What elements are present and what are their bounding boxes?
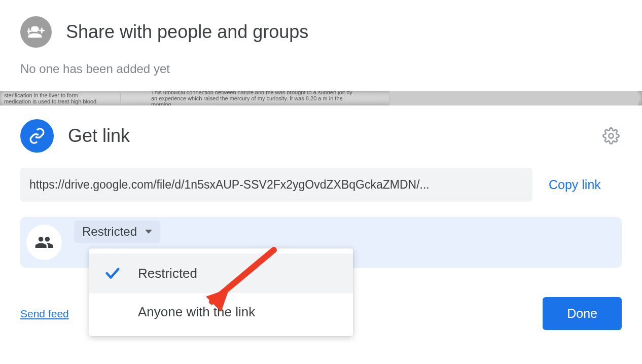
- svg-point-0: [31, 26, 37, 32]
- access-level-label: Restricted: [82, 225, 137, 239]
- share-empty-text: No one has been added yet: [20, 62, 622, 76]
- copy-link-button[interactable]: Copy link: [549, 177, 607, 192]
- link-row: https://drive.google.com/file/d/1n5sxAUP…: [20, 168, 622, 202]
- share-link-text[interactable]: https://drive.google.com/file/d/1n5sxAUP…: [20, 168, 532, 202]
- link-icon: [20, 119, 54, 153]
- access-level-dropdown[interactable]: Restricted: [74, 221, 160, 243]
- send-feedback-link[interactable]: Send feed: [20, 308, 69, 320]
- ghost-text: sterification in the liver to form: [4, 92, 116, 98]
- svg-point-1: [609, 133, 613, 138]
- background-document-strip: sterification in the liver to form medic…: [0, 91, 642, 105]
- people-icon: [26, 225, 62, 260]
- check-icon: [101, 265, 124, 282]
- person-add-icon: [20, 16, 52, 48]
- access-option-label: Restricted: [138, 266, 197, 281]
- share-panel: Share with people and groups No one has …: [0, 0, 642, 91]
- access-option-anyone[interactable]: Anyone with the link: [89, 293, 353, 331]
- settings-button[interactable]: [600, 125, 622, 147]
- access-level-menu: Restricted Anyone with the link: [89, 248, 353, 336]
- ghost-image: [389, 91, 638, 105]
- get-link-title: Get link: [68, 125, 130, 147]
- link-header: Get link: [20, 119, 622, 153]
- access-row: Restricted nk Restricted Anyone with the…: [20, 217, 622, 268]
- get-link-panel: Get link https://drive.google.com/file/d…: [0, 105, 642, 335]
- ghost-text: This umbilical connection between nature…: [121, 91, 389, 105]
- chevron-down-icon: [145, 230, 152, 234]
- gear-icon: [602, 127, 620, 144]
- ghost-text: medication is used to treat high blood: [4, 98, 116, 104]
- share-header: Share with people and groups: [20, 16, 622, 48]
- access-option-restricted[interactable]: Restricted: [89, 253, 353, 293]
- done-button[interactable]: Done: [543, 297, 622, 330]
- share-title: Share with people and groups: [66, 21, 308, 43]
- access-option-label: Anyone with the link: [138, 304, 255, 320]
